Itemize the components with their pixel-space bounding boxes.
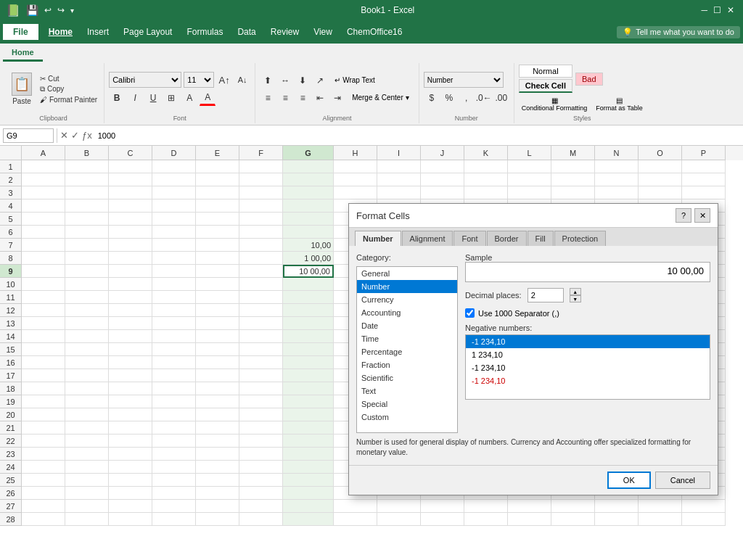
cell-F12[interactable] (239, 304, 283, 317)
cell-B5[interactable] (65, 213, 109, 226)
font-shrink-btn[interactable]: A↓ (234, 72, 250, 88)
cell-N3[interactable] (595, 186, 639, 199)
row-header-9[interactable]: 9 (0, 265, 22, 278)
cell-N27[interactable] (595, 500, 639, 513)
cell-C19[interactable] (109, 395, 152, 408)
cell-F20[interactable] (239, 408, 283, 421)
use-separator-checkbox[interactable] (465, 308, 475, 318)
font-color-button[interactable]: A (200, 90, 215, 106)
cell-D2[interactable] (152, 173, 196, 186)
cell-H3[interactable] (334, 186, 377, 199)
cell-N28[interactable] (595, 513, 639, 526)
cell-K28[interactable] (464, 513, 508, 526)
cell-A17[interactable] (22, 369, 65, 382)
cell-E21[interactable] (196, 421, 239, 435)
cell-G5[interactable] (283, 213, 334, 226)
cell-E19[interactable] (196, 395, 239, 408)
cell-E23[interactable] (196, 448, 239, 461)
cell-F25[interactable] (239, 474, 283, 487)
dialog-tab-fill[interactable]: Fill (528, 231, 554, 246)
cell-A10[interactable] (22, 278, 65, 291)
cell-G17[interactable] (283, 369, 334, 382)
cell-C23[interactable] (109, 448, 152, 461)
cell-D5[interactable] (152, 213, 196, 226)
cell-F22[interactable] (239, 435, 283, 448)
cell-B1[interactable] (65, 160, 109, 173)
cell-G20[interactable] (283, 408, 334, 421)
maximize-btn[interactable]: ☐ (713, 5, 721, 15)
cell-I3[interactable] (377, 186, 421, 199)
insert-function-icon[interactable]: ƒx (82, 130, 92, 141)
cell-C24[interactable] (109, 461, 152, 474)
cell-E25[interactable] (196, 474, 239, 487)
cell-A1[interactable] (22, 160, 65, 173)
cell-B18[interactable] (65, 382, 109, 395)
cell-F24[interactable] (239, 461, 283, 474)
row-header-18[interactable]: 18 (0, 382, 22, 395)
dialog-tab-font[interactable]: Font (453, 231, 485, 246)
category-text[interactable]: Text (357, 384, 457, 398)
category-list[interactable]: GeneralNumberCurrencyAccountingDateTimeP… (356, 266, 458, 433)
row-header-8[interactable]: 8 (0, 252, 22, 265)
decimal-input[interactable] (528, 288, 564, 302)
cell-C17[interactable] (109, 369, 152, 382)
cell-G2[interactable] (283, 173, 334, 186)
cell-C21[interactable] (109, 421, 152, 435)
cell-C7[interactable] (109, 239, 152, 252)
menu-home[interactable]: Home (41, 24, 80, 40)
cell-E26[interactable] (196, 487, 239, 500)
cell-F21[interactable] (239, 421, 283, 435)
help-search[interactable]: 💡 Tell me what you want to do (617, 26, 740, 38)
cell-L1[interactable] (508, 160, 551, 173)
cell-A24[interactable] (22, 461, 65, 474)
cell-E18[interactable] (196, 382, 239, 395)
cell-D13[interactable] (152, 317, 196, 330)
cell-F18[interactable] (239, 382, 283, 395)
category-time[interactable]: Time (357, 332, 457, 345)
cell-G24[interactable] (283, 461, 334, 474)
cell-J27[interactable] (421, 500, 464, 513)
row-header-23[interactable]: 23 (0, 448, 22, 461)
cell-B20[interactable] (65, 408, 109, 421)
menu-review[interactable]: Review (263, 24, 306, 40)
category-date[interactable]: Date (357, 319, 457, 332)
menu-page-layout[interactable]: Page Layout (116, 24, 179, 40)
cell-D14[interactable] (152, 330, 196, 343)
cell-F17[interactable] (239, 369, 283, 382)
accounting-btn[interactable]: $ (424, 90, 440, 106)
cell-G1[interactable] (283, 160, 334, 173)
cell-C2[interactable] (109, 173, 152, 186)
cell-G15[interactable] (283, 343, 334, 356)
cell-E4[interactable] (196, 199, 239, 213)
minimize-btn[interactable]: ─ (701, 5, 707, 15)
cell-A11[interactable] (22, 291, 65, 304)
decimal-up-btn[interactable]: ▲ (570, 288, 581, 295)
cell-D27[interactable] (152, 500, 196, 513)
col-header-A[interactable]: A (22, 146, 65, 160)
cell-C16[interactable] (109, 356, 152, 369)
cell-O27[interactable] (639, 500, 682, 513)
cell-E14[interactable] (196, 330, 239, 343)
cell-M3[interactable] (551, 186, 595, 199)
menu-insert[interactable]: Insert (80, 24, 116, 40)
cell-A12[interactable] (22, 304, 65, 317)
cell-F4[interactable] (239, 199, 283, 213)
close-btn[interactable]: ✕ (727, 5, 734, 15)
cell-K27[interactable] (464, 500, 508, 513)
formula-input[interactable] (95, 128, 740, 143)
align-middle-btn[interactable]: ↔ (277, 73, 293, 88)
cell-K1[interactable] (464, 160, 508, 173)
cell-A21[interactable] (22, 421, 65, 435)
cell-D11[interactable] (152, 291, 196, 304)
cell-F6[interactable] (239, 226, 283, 239)
cell-F13[interactable] (239, 317, 283, 330)
cell-A25[interactable] (22, 474, 65, 487)
cell-E16[interactable] (196, 356, 239, 369)
cell-B27[interactable] (65, 500, 109, 513)
cell-E24[interactable] (196, 461, 239, 474)
category-percentage[interactable]: Percentage (357, 345, 457, 358)
negative-numbers-list[interactable]: -1 234,101 234,10-1 234,10-1 234,10 (465, 334, 710, 400)
number-format-select[interactable]: Number (424, 72, 504, 88)
copy-button[interactable]: ⧉ Copy (38, 84, 99, 94)
cell-E6[interactable] (196, 226, 239, 239)
